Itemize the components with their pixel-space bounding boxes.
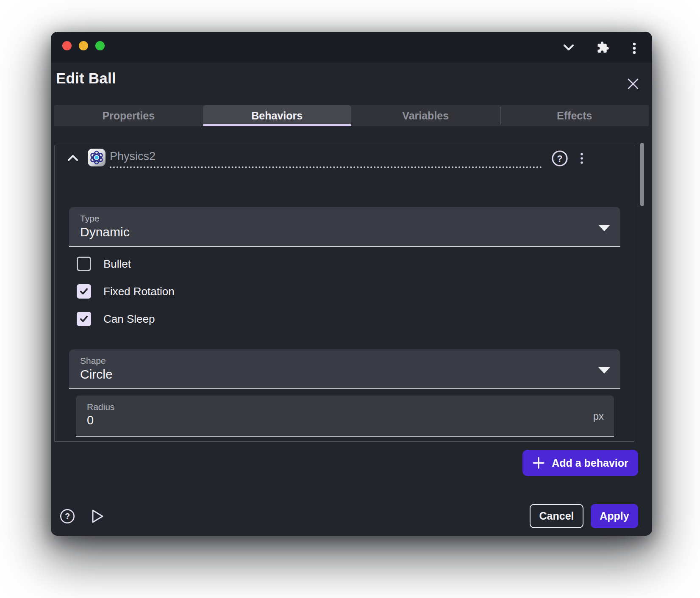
checkmark-icon (79, 314, 89, 324)
checkbox-box (77, 257, 91, 271)
checkmark-icon (79, 287, 89, 296)
close-icon (627, 78, 639, 90)
can-sleep-checkbox[interactable]: Can Sleep (77, 312, 155, 326)
question-glyph: ? (65, 511, 70, 520)
close-window-button[interactable] (62, 41, 72, 50)
edit-ball-dialog-window: Edit Ball Properties Behaviors Variables… (51, 32, 652, 536)
unit-label: px (593, 410, 604, 422)
tab-label: Effects (557, 110, 592, 122)
checkbox-box (77, 312, 91, 326)
add-behavior-label: Add a behavior (552, 457, 628, 469)
behaviors-panel: Physics2 ? Type Dynamic (54, 145, 634, 442)
field-label: Shape (80, 356, 106, 366)
tab-behaviors[interactable]: Behaviors (203, 105, 352, 126)
field-label: Radius (87, 402, 114, 412)
titlebar (51, 32, 652, 63)
zoom-window-button[interactable] (95, 41, 105, 50)
chevron-up-icon (67, 155, 78, 161)
tab-label: Variables (402, 110, 449, 122)
field-label: Type (80, 213, 100, 224)
close-dialog-button[interactable] (627, 78, 639, 90)
behavior-name[interactable]: Physics2 (110, 150, 156, 163)
kebab-menu-icon[interactable] (632, 42, 636, 55)
page-title: Edit Ball (56, 70, 116, 87)
preview-play-button[interactable] (91, 509, 104, 524)
radius-field: Radius px (76, 396, 614, 437)
atom-icon (87, 148, 106, 167)
cancel-button[interactable]: Cancel (530, 504, 583, 528)
bullet-checkbox[interactable]: Bullet (77, 257, 131, 271)
checkbox-label: Can Sleep (103, 313, 155, 326)
puzzle-extension-icon[interactable] (597, 41, 609, 54)
shape-select[interactable]: Shape Circle (69, 349, 620, 389)
minimize-window-button[interactable] (79, 41, 88, 50)
behavior-options-button[interactable] (579, 152, 584, 165)
plus-icon (532, 457, 545, 469)
checkbox-label: Bullet (103, 257, 131, 271)
question-glyph: ? (557, 153, 562, 164)
help-icon: ? (551, 150, 568, 167)
add-behavior-button[interactable]: Add a behavior (522, 450, 638, 476)
field-value: Dynamic (80, 225, 130, 239)
type-select[interactable]: Type Dynamic (69, 207, 620, 247)
checkbox-label: Fixed Rotation (103, 285, 175, 298)
tab-variables[interactable]: Variables (351, 105, 500, 126)
collapse-behavior-button[interactable] (67, 155, 78, 162)
dialog-footer: ? Cancel Apply (56, 504, 638, 528)
scrollbar-thumb[interactable] (640, 143, 644, 206)
dropdown-arrow-icon (598, 367, 610, 374)
dialog-tabs: Properties Behaviors Variables Effects (54, 105, 649, 126)
field-value: Circle (80, 367, 113, 382)
dropdown-arrow-icon (598, 225, 610, 231)
tab-effects[interactable]: Effects (500, 105, 649, 126)
behavior-help-button[interactable]: ? (551, 150, 568, 167)
traffic-lights (62, 41, 105, 50)
checkbox-box (77, 284, 91, 299)
help-icon: ? (59, 508, 75, 524)
behavior-name-dotted-underline (110, 166, 542, 168)
kebab-menu-icon (579, 152, 584, 165)
tab-label: Behaviors (251, 110, 303, 122)
play-icon (91, 509, 104, 524)
tab-properties[interactable]: Properties (54, 105, 203, 126)
radius-input[interactable] (87, 413, 553, 427)
dialog-help-button[interactable]: ? (59, 508, 75, 524)
fixed-rotation-checkbox[interactable]: Fixed Rotation (77, 284, 175, 299)
apply-button[interactable]: Apply (591, 504, 638, 528)
desktop-background: Edit Ball Properties Behaviors Variables… (0, 0, 700, 598)
tab-label: Properties (102, 110, 155, 122)
chevron-down-icon[interactable] (563, 44, 574, 51)
